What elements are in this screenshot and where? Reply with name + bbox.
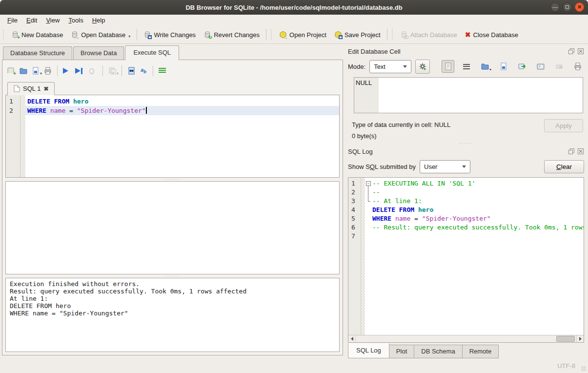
new-database-button[interactable]: + New Database xyxy=(7,29,67,41)
edit-cell-title: Edit Database Cell xyxy=(348,48,566,55)
open-project-icon: → xyxy=(279,31,287,39)
sql-toolbar-separator xyxy=(122,65,122,76)
mode-select[interactable]: Text xyxy=(369,60,411,73)
save-project-icon xyxy=(334,31,342,39)
window-controls: — ✕ xyxy=(550,2,584,12)
open-sql-tab-icon[interactable]: + xyxy=(7,67,15,75)
editor-code-area[interactable]: DELETE FROM hero WHERE name = "Spider-Yo… xyxy=(25,95,339,177)
encoding-indicator[interactable]: UTF-8 xyxy=(557,362,575,370)
log-filter-select[interactable]: User xyxy=(420,160,470,173)
open-project-button[interactable]: → Open Project xyxy=(275,29,330,41)
toolbar-separator xyxy=(137,29,137,41)
menu-tools[interactable]: Tools xyxy=(64,16,87,25)
tab-db-schema[interactable]: DB Schema xyxy=(414,345,462,358)
save-results-icon: ▾ xyxy=(108,67,116,75)
cell-log-splitter[interactable]: ······ xyxy=(348,142,584,145)
cell-mode-row: Mode: Text xyxy=(348,58,584,75)
float-panel-icon[interactable] xyxy=(568,48,575,55)
tab-remote[interactable]: Remote xyxy=(463,345,499,358)
left-pane: Database Structure Browse Data Execute S… xyxy=(0,44,344,358)
chevron-down-icon xyxy=(403,65,407,68)
resize-grip[interactable] xyxy=(581,366,586,371)
write-changes-icon xyxy=(143,31,151,39)
save-sql-dropdown-icon[interactable]: ▾ xyxy=(40,72,42,76)
scroll-left-icon[interactable] xyxy=(348,335,356,342)
word-wrap-button[interactable] xyxy=(460,60,473,73)
mode-label: Mode: xyxy=(348,63,365,70)
cell-value-editor[interactable]: NULL xyxy=(354,77,583,113)
editor-line-numbers: 1 2 xyxy=(6,95,20,177)
revert-changes-button[interactable]: ↻ Revert Changes xyxy=(200,29,264,41)
log-filter-label: Show SQL submitted by xyxy=(348,163,416,170)
results-grid[interactable] xyxy=(5,181,340,274)
log-filter-row: Show SQL submitted by User Clear xyxy=(348,158,584,175)
save-project-button[interactable]: Save Project xyxy=(330,29,385,41)
text-view-button[interactable] xyxy=(442,60,454,73)
tab-sql-log[interactable]: SQL Log xyxy=(348,343,389,358)
tab-browse-data[interactable]: Browse Data xyxy=(73,46,124,60)
replace-text-icon[interactable]: ab xyxy=(140,67,147,75)
code-line-2: WHERE name = "Spider-Youngster" xyxy=(25,106,339,115)
attach-database-button: Attach Database xyxy=(396,29,461,41)
tab-execute-sql[interactable]: Execute SQL xyxy=(125,45,179,60)
cell-editor-content[interactable] xyxy=(379,78,583,113)
copy-image-button[interactable] xyxy=(534,60,547,73)
open-in-external-button[interactable] xyxy=(516,60,528,73)
sql-log-box[interactable]: 1 2 3 4 5 6 7 -- EXECUTING ALL IN 'SQL 1… xyxy=(348,177,584,343)
sql-subtab-bar: SQL 1 ✖ xyxy=(5,80,340,95)
menu-file[interactable]: File xyxy=(3,16,22,25)
execute-all-icon[interactable] xyxy=(63,67,71,75)
clear-log-button[interactable]: Clear xyxy=(544,160,584,173)
import-cell-data-button[interactable]: ▾ xyxy=(479,60,491,73)
execution-message-pane[interactable]: Execution finished without errors.Result… xyxy=(5,278,340,352)
save-sql-file-icon[interactable]: ▾ xyxy=(32,67,40,75)
toolbar-drag-handle[interactable] xyxy=(271,29,273,40)
save-file-icon xyxy=(500,62,507,70)
maximize-button[interactable] xyxy=(563,2,572,12)
close-panel-icon[interactable] xyxy=(577,148,584,155)
scroll-right-icon[interactable] xyxy=(576,335,584,342)
sql1-tab[interactable]: SQL 1 ✖ xyxy=(7,82,55,95)
auto-apply-button[interactable] xyxy=(415,60,430,74)
toolbar-drag-handle[interactable] xyxy=(392,29,394,40)
minimize-button[interactable]: — xyxy=(550,2,560,12)
export-arrow-icon xyxy=(518,62,526,70)
fold-collapse-icon[interactable] xyxy=(365,179,372,188)
print-sql-icon[interactable] xyxy=(44,67,52,75)
write-changes-button[interactable]: Write Changes xyxy=(140,29,200,41)
find-in-sql-icon[interactable] xyxy=(127,67,135,75)
chevron-down-icon xyxy=(462,166,466,168)
format-sql-icon[interactable] xyxy=(159,67,166,75)
scrollbar-thumb[interactable] xyxy=(556,336,575,342)
main-toolbar: + New Database → Open Database ▾ Write C… xyxy=(0,26,588,44)
log-line: -- xyxy=(365,188,584,197)
null-icon xyxy=(556,64,563,69)
execute-current-line-icon[interactable] xyxy=(75,67,85,75)
tab-database-structure[interactable]: Database Structure xyxy=(3,46,72,60)
close-database-button[interactable]: ✖ Close Database xyxy=(461,29,522,41)
close-button[interactable]: ✕ xyxy=(575,2,584,12)
sql-code-editor[interactable]: 1 2 DELETE FROM hero WHERE name = "Spide… xyxy=(5,95,340,178)
set-null-button xyxy=(553,60,566,73)
menu-help[interactable]: Help xyxy=(88,16,110,25)
export-cell-data-button[interactable] xyxy=(497,60,510,73)
statusbar: UTF-8 xyxy=(0,358,588,373)
log-horizontal-scrollbar[interactable] xyxy=(348,335,584,342)
tab-plot[interactable]: Plot xyxy=(389,345,414,358)
toolbar-drag-handle[interactable] xyxy=(3,29,5,40)
sql1-tab-close-icon[interactable]: ✖ xyxy=(43,85,48,92)
cell-value: NULL xyxy=(356,79,372,86)
sql1-tab-label: SQL 1 xyxy=(23,85,41,92)
float-panel-icon[interactable] xyxy=(568,148,575,155)
print-cell-button[interactable] xyxy=(571,60,584,73)
open-sql-file-icon[interactable] xyxy=(20,67,27,75)
print-icon xyxy=(574,62,582,70)
menu-view[interactable]: View xyxy=(41,16,64,25)
titlebar[interactable]: DB Browser for SQLite - /home/user/code/… xyxy=(0,0,588,15)
close-panel-icon[interactable] xyxy=(577,48,584,55)
open-database-dropdown-icon[interactable]: ▾ xyxy=(128,35,130,39)
menu-edit[interactable]: Edit xyxy=(22,16,41,25)
results-message-splitter[interactable]: ······ xyxy=(5,274,340,278)
editor-results-splitter[interactable]: ······ xyxy=(5,178,340,181)
open-database-button[interactable]: → Open Database ▾ xyxy=(67,29,134,41)
